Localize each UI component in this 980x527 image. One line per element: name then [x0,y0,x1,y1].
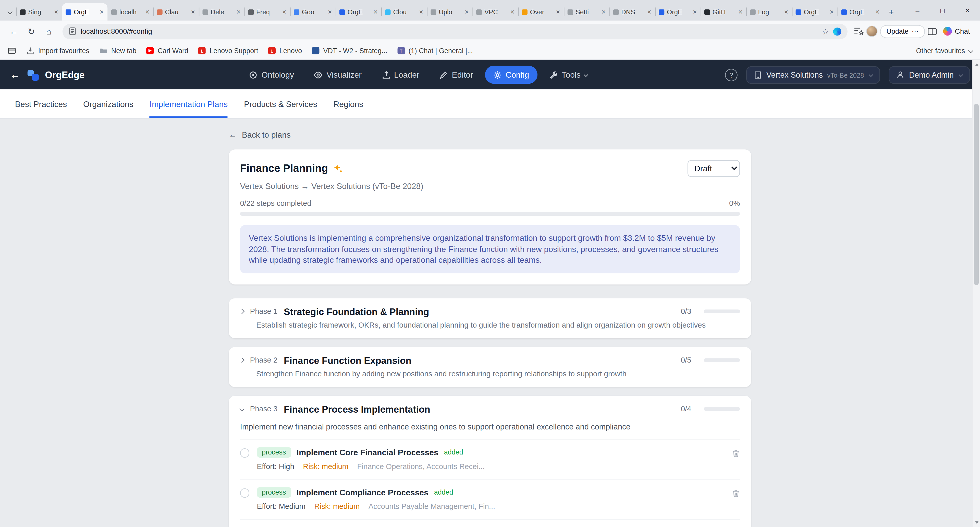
update-button[interactable]: Update ⋯ [880,25,925,38]
tab-close-icon[interactable]: × [237,8,241,15]
scroll-up-arrow[interactable] [973,61,980,69]
sparkles-icon [333,163,343,174]
app-back-button[interactable]: ← [10,69,20,80]
favorite-item[interactable]: VDT - W2 - Strateg... [312,47,387,54]
page-scrollbar[interactable] [972,60,980,527]
minimize-button[interactable]: – [905,0,930,21]
site-info-icon[interactable] [68,27,76,35]
tab-close-icon[interactable]: × [373,8,377,15]
nav-label: Editor [452,70,473,80]
address-bar[interactable]: localhost:8000/#config ☆ [62,24,848,39]
other-favorites-button[interactable]: Other favourites [916,47,973,54]
tab-close-icon[interactable]: × [738,8,743,15]
browser-tab[interactable]: Freq× [245,3,290,21]
tab-close-icon[interactable]: × [647,8,651,15]
task-checkbox[interactable] [240,488,249,498]
tab-close-icon[interactable]: × [784,8,788,15]
tab-regions[interactable]: Regions [333,89,363,118]
trash-icon[interactable] [732,449,740,460]
browser-tab[interactable]: Sing× [16,3,62,21]
trash-icon[interactable] [732,489,740,500]
tab-best-practices[interactable]: Best Practices [15,89,67,118]
browser-tab[interactable]: Over× [518,3,564,21]
favorite-item[interactable]: T (1) Chat | General |... [397,47,473,54]
browser-tab[interactable]: DNS× [609,3,655,21]
browser-tab[interactable]: Goo× [290,3,336,21]
favorite-item[interactable]: L Lenovo Support [198,47,258,54]
browser-tab[interactable]: Clau× [153,3,199,21]
maximize-button[interactable]: □ [930,0,955,21]
help-icon[interactable]: ? [725,68,738,81]
browser-tab[interactable]: OrgE× [838,3,883,21]
browser-tab[interactable]: OrgE× [792,3,838,21]
tab-implementation-plans[interactable]: Implementation Plans [150,89,228,118]
scrollbar-thumb[interactable] [974,104,979,285]
browser-tab[interactable]: Log× [746,3,792,21]
nav-item-ontology[interactable]: Ontology [241,65,302,84]
nav-item-editor[interactable]: Editor [431,65,481,84]
browser-toolbar: ← ↻ ⌂ localhost:8000/#config ☆ Update ⋯ … [0,21,980,42]
task-checkbox[interactable] [240,448,249,457]
tab-close-icon[interactable]: × [875,8,880,15]
tab-close-icon[interactable]: × [830,8,834,15]
window-close-button[interactable]: × [955,0,980,21]
favorite-item[interactable]: L Lenovo [268,47,302,54]
chevron-down-icon [584,73,588,77]
browser-tab[interactable]: Clou× [381,3,427,21]
scroll-down-arrow[interactable] [973,518,980,527]
browser-tab[interactable]: Dele× [199,3,245,21]
url-text[interactable]: localhost:8000/#config [81,27,818,35]
org-switcher[interactable]: Vertex Solutions vTo-Be 2028 [746,66,880,83]
tab-close-icon[interactable]: × [511,8,514,15]
more-icon: ⋯ [912,27,918,35]
favorite-item[interactable]: ▶ Carl Ward [146,47,188,54]
tab-organizations[interactable]: Organizations [83,89,133,118]
task-effort: Effort: Medium [257,502,306,511]
home-button[interactable]: ⌂ [41,24,56,39]
browser-tab[interactable]: localh× [107,3,153,21]
tab-close-icon[interactable]: × [145,8,150,15]
back-to-plans-link[interactable]: ← Back to plans [229,130,751,139]
phase-header[interactable]: Phase 2 Finance Function Expansion 0/5 [240,355,740,366]
browser-tab[interactable]: GitH× [700,3,746,21]
phase-header[interactable]: Phase 3 Finance Process Implementation 0… [240,404,740,414]
tab-close-icon[interactable]: × [465,8,469,15]
new-tab-button[interactable]: + [883,3,899,21]
browser-tab[interactable]: VPC× [473,3,518,21]
collections-icon[interactable] [7,46,16,55]
tab-title: DNS [621,8,645,16]
split-view-icon[interactable] [928,27,937,35]
refresh-button[interactable]: ↻ [24,24,39,39]
nav-item-config[interactable]: Config [485,65,537,84]
favorite-star-icon[interactable]: ☆ [822,27,829,36]
browser-tab[interactable]: Uplo× [427,3,473,21]
user-menu[interactable]: Demo Admin [889,66,970,83]
tab-close-icon[interactable]: × [419,8,423,15]
tab-close-icon[interactable]: × [54,8,58,15]
nav-item-loader[interactable]: Loader [373,65,428,84]
tab-search-button[interactable] [4,3,16,21]
tab-close-icon[interactable]: × [328,8,332,15]
profile-avatar[interactable] [866,25,878,37]
favorite-item-import[interactable]: Import favourites [26,46,89,55]
sync-icon[interactable] [833,27,842,35]
chat-button[interactable]: Chat [939,25,974,37]
tab-close-icon[interactable]: × [100,8,104,15]
plan-status-select[interactable]: Draft [687,160,740,177]
nav-item-tools[interactable]: Tools [541,65,596,84]
favorite-item-folder[interactable]: New tab [99,47,136,54]
tab-close-icon[interactable]: × [191,8,195,15]
tab-close-icon[interactable]: × [693,8,697,15]
phase-header[interactable]: Phase 1 Strategic Foundation & Planning … [240,306,740,317]
browser-tab-active[interactable]: OrgE× [62,3,107,21]
browser-tab[interactable]: OrgE× [655,3,701,21]
tab-close-icon[interactable]: × [601,8,606,15]
favorites-hub-icon[interactable] [854,27,864,35]
back-button[interactable]: ← [6,24,21,39]
tab-close-icon[interactable]: × [282,8,286,15]
nav-item-visualizer[interactable]: Visualizer [306,65,370,84]
tab-products-services[interactable]: Products & Services [244,89,317,118]
browser-tab[interactable]: OrgE× [336,3,381,21]
browser-tab[interactable]: Setti× [564,3,609,21]
tab-close-icon[interactable]: × [556,8,560,15]
